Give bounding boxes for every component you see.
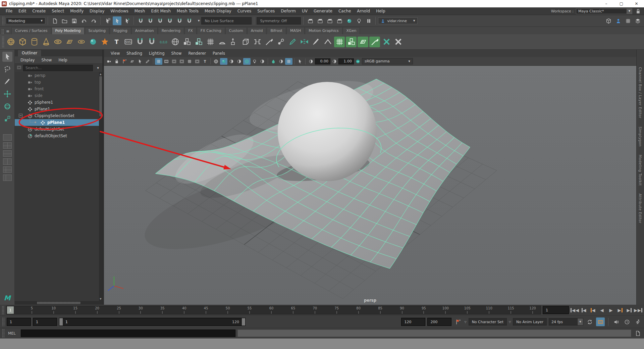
poly-torus-shelf-icon[interactable] [52, 37, 63, 47]
new-scene-icon[interactable] [50, 16, 59, 25]
exposure-field[interactable]: 0.00 [315, 58, 330, 64]
menu-modify[interactable]: Modify [67, 7, 87, 15]
contrast-toggle-icon[interactable] [331, 58, 338, 65]
poly-cone-shelf-icon[interactable] [41, 37, 51, 47]
menu-edit[interactable]: Edit [15, 7, 29, 15]
rail-tab-channel-box-layer-editor[interactable]: Channel Box / Layer Editor [638, 67, 642, 118]
fill-hole-shelf-icon[interactable] [205, 37, 216, 47]
step-forward-frame-button[interactable]: ▶ [625, 306, 633, 314]
outliner-item-top[interactable]: top [15, 79, 102, 86]
poly-disc-shelf-icon[interactable] [76, 37, 87, 47]
collapse-icon[interactable]: − [19, 114, 22, 117]
workspace-caret-icon[interactable]: ▼ [627, 8, 632, 14]
type-tool-shelf-icon[interactable]: T [111, 37, 122, 47]
outliner-menu-show[interactable]: Show [38, 58, 55, 62]
scrollbar-thumb[interactable] [99, 76, 102, 116]
minimize-button[interactable]: – [599, 0, 614, 7]
wireframe-on-shaded-icon[interactable] [243, 58, 251, 65]
separate-shelf-icon[interactable] [193, 37, 204, 47]
outliner-search-input[interactable] [23, 65, 93, 71]
outliner-item-pPlane1[interactable]: pPlane1 [15, 106, 102, 112]
menu-arnold[interactable]: Arnold [354, 7, 373, 15]
film-gate-icon[interactable] [163, 58, 170, 65]
step-forward-key-button[interactable]: ▶ [616, 306, 624, 314]
playback-start-field[interactable]: 1 [33, 318, 57, 326]
isolate-select-icon[interactable] [296, 58, 304, 65]
snap-overflow-caret-icon[interactable]: ▼ [195, 19, 200, 22]
shelf-tab-poly-modeling[interactable]: Poly Modeling [52, 27, 85, 34]
booleans-shelf-icon[interactable] [170, 37, 180, 47]
playback-sync-icon[interactable] [623, 317, 631, 326]
poly-cylinder-shelf-icon[interactable] [29, 37, 40, 47]
sculpt-brush-shelf-icon[interactable] [311, 37, 321, 47]
audio-icon[interactable] [612, 317, 621, 326]
target-weld-shelf-icon[interactable] [275, 37, 286, 47]
menu-uv[interactable]: UV [299, 7, 311, 15]
safe-action-icon[interactable] [194, 58, 201, 65]
wireframe-display-icon[interactable] [212, 58, 220, 65]
image-plane-icon[interactable] [128, 58, 136, 65]
poly-plane-shelf-icon[interactable] [64, 37, 75, 47]
go-to-end-button[interactable]: ▶▶ [634, 306, 642, 314]
menu-set-caret-icon[interactable]: ▼ [38, 19, 43, 22]
undo-icon[interactable] [79, 16, 88, 25]
scroll-up-icon[interactable]: ▲ [100, 72, 101, 76]
rail-tab-attribute-editor[interactable]: Attribute Editor [638, 194, 642, 223]
character-controls-toggle-icon[interactable] [614, 16, 623, 25]
range-end-handle[interactable] [242, 318, 245, 326]
rail-tab-modeling-toolkit[interactable]: Modeling Toolkit [638, 155, 642, 186]
outliner-item-defaultLightSet[interactable]: defaultLightSet [15, 126, 102, 133]
render-current-frame-icon[interactable] [316, 16, 324, 25]
status-separator[interactable] [133, 17, 134, 25]
layout-outliner-persp-button[interactable] [3, 174, 12, 181]
poly-cube-shelf-icon[interactable] [17, 37, 28, 47]
account-caret-icon[interactable]: ▼ [411, 19, 415, 22]
smooth-shade-all-icon[interactable] [220, 58, 227, 65]
symmetry-field[interactable]: Symmetry: Off [257, 17, 301, 24]
fps-caret-icon[interactable]: ▼ [578, 318, 583, 326]
svg-tool-shelf-icon[interactable]: SVG [123, 37, 133, 47]
select-by-component-icon[interactable] [122, 16, 131, 25]
grease-pencil-icon[interactable] [144, 58, 151, 65]
shelf-tab-fx[interactable]: FX [184, 27, 197, 34]
layout-four-pane-button[interactable] [3, 142, 12, 149]
outliner-item-defaultObjectSet[interactable]: defaultObjectSet [15, 133, 102, 139]
paint-selection-tool-icon[interactable] [2, 77, 12, 87]
origin-zero-shelf-icon[interactable]: 0,0,0 [158, 37, 169, 47]
mirror-shelf-icon[interactable] [299, 37, 310, 47]
step-back-frame-button[interactable]: ◀ [580, 306, 588, 314]
menu-set-select[interactable]: Modeling▼ [6, 17, 45, 24]
viewport-scene[interactable]: persp [104, 66, 636, 305]
render-sequence-icon[interactable] [335, 16, 344, 25]
2d-pan-zoom-icon[interactable] [136, 58, 144, 65]
range-slider-drag-handle[interactable] [2, 317, 5, 326]
play-forwards-button[interactable]: ▶ [607, 306, 615, 314]
uv-unfold-shelf-icon[interactable] [358, 37, 368, 47]
viewport-menu-view[interactable]: View [107, 51, 123, 56]
anti-aliasing-icon[interactable] [285, 58, 292, 65]
contrast-field[interactable]: 1.00 [338, 58, 354, 64]
outliner-item-front[interactable]: front [15, 86, 102, 92]
menu-cache[interactable]: Cache [335, 7, 354, 15]
status-separator[interactable] [303, 17, 304, 25]
shelf-tab-sculpting[interactable]: Sculpting [85, 27, 109, 34]
outliner-vertical-scrollbar[interactable]: ▲ ▼ [99, 72, 102, 301]
go-to-start-button[interactable]: ◀◀ [571, 306, 579, 314]
workspace-select[interactable]: Maya Classic* [576, 8, 627, 14]
light-editor-icon[interactable] [355, 16, 363, 25]
character-set-caret-icon[interactable]: ▽ [464, 320, 466, 323]
menu-surfaces[interactable]: Surfaces [254, 7, 278, 15]
anim-layer-caret-icon[interactable]: ▽ [509, 320, 511, 323]
outliner-item-side[interactable]: side [15, 92, 102, 99]
snap-together-shelf-icon[interactable] [146, 37, 157, 47]
view-transform-select[interactable]: sRGB gamma▼ [362, 58, 413, 64]
menu-mesh-tools[interactable]: Mesh Tools [174, 7, 202, 15]
shelf-tab-rendering[interactable]: Rendering [158, 27, 184, 34]
channel-box-toggle-icon[interactable] [624, 16, 632, 25]
lock-camera-icon[interactable] [113, 58, 120, 65]
lasso-tool-icon[interactable] [2, 64, 12, 74]
motion-blur-icon[interactable] [277, 58, 285, 65]
outliner-item-persp[interactable]: persp [15, 72, 102, 79]
pause-viewport-icon[interactable] [364, 16, 373, 25]
bridge-shelf-icon[interactable] [252, 37, 263, 47]
